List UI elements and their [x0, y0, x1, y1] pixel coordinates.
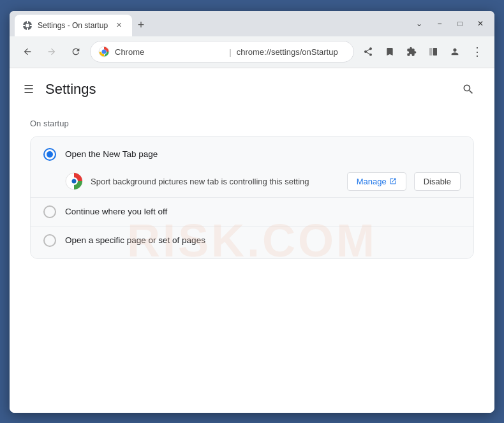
manage-button[interactable]: Manage [347, 172, 406, 191]
back-button[interactable] [17, 41, 38, 62]
svg-rect-3 [27, 28, 28, 30]
option-new-tab[interactable]: Open the New Tab page [31, 142, 473, 167]
option-new-tab-label: Open the New Tab page [65, 149, 158, 159]
svg-rect-4 [23, 25, 25, 26]
extension-control-text: Sport background pictures new tab is con… [91, 177, 339, 186]
more-options-icon[interactable]: ⋮ [466, 41, 487, 62]
sidebar-toggle-icon[interactable] [423, 41, 443, 62]
nav-right-icons: ⋮ [358, 41, 487, 62]
option-continue[interactable]: Continue where you left off [31, 199, 473, 225]
address-bar[interactable]: Chrome | chrome://settings/onStartup [90, 41, 354, 63]
refresh-button[interactable] [66, 41, 86, 62]
radio-continue[interactable] [43, 205, 56, 218]
disable-button[interactable]: Disable [414, 172, 461, 191]
extension-icon [65, 172, 83, 190]
close-button[interactable]: ✕ [471, 16, 489, 31]
settings-header: ☰ Settings [10, 68, 494, 106]
forward-button[interactable] [41, 41, 62, 62]
hamburger-menu-button[interactable]: ☰ [20, 78, 38, 100]
share-icon[interactable] [358, 41, 378, 62]
new-tab-button[interactable]: + [132, 17, 150, 34]
section-label: On startup [30, 119, 474, 128]
nav-bar: Chrome | chrome://settings/onStartup ⋮ [10, 36, 494, 68]
bookmark-icon[interactable] [380, 41, 400, 62]
maximize-button[interactable]: □ [451, 16, 469, 31]
chevron-button[interactable]: ⌄ [410, 16, 428, 31]
radio-new-tab[interactable] [43, 148, 56, 161]
svg-point-1 [26, 24, 29, 27]
svg-rect-8 [429, 48, 433, 56]
address-url: chrome://settings/onStartup [237, 47, 346, 57]
extensions-icon[interactable] [401, 41, 422, 62]
extension-control-row: Sport background pictures new tab is con… [31, 167, 473, 196]
startup-options-card: Open the New Tab page Sport background p… [30, 136, 474, 259]
minimize-button[interactable]: − [431, 16, 448, 31]
svg-rect-2 [27, 21, 28, 23]
option-divider-2 [31, 226, 473, 226]
address-brand: Chrome [115, 47, 224, 57]
radio-specific-page[interactable] [43, 234, 56, 247]
option-divider-1 [31, 197, 473, 198]
option-specific-page-label: Open a specific page or set of pages [65, 235, 205, 245]
address-separator: | [229, 47, 231, 57]
settings-main-content: On startup Open the New Tab page [10, 119, 494, 259]
svg-rect-5 [30, 25, 32, 26]
svg-point-7 [102, 50, 107, 54]
tab-title-text: Settings - On startup [38, 21, 108, 30]
browser-window: Settings - On startup ✕ + ⌄ − □ ✕ [10, 11, 494, 413]
title-bar: Settings - On startup ✕ + ⌄ − □ ✕ [10, 11, 494, 36]
svg-rect-9 [433, 48, 437, 56]
settings-search-button[interactable] [457, 78, 479, 100]
settings-page-title: Settings [45, 81, 450, 98]
tab-favicon [22, 20, 33, 31]
svg-point-12 [72, 179, 77, 184]
option-continue-label: Continue where you left off [65, 207, 167, 216]
content-area: risk.com ☰ Settings On startup Open the … [10, 68, 494, 413]
option-specific-page[interactable]: Open a specific page or set of pages [31, 228, 473, 253]
browser-tab[interactable]: Settings - On startup ✕ [15, 15, 132, 36]
window-controls: ⌄ − □ ✕ [410, 16, 489, 31]
profile-icon[interactable] [445, 41, 465, 62]
chrome-logo-icon [98, 46, 110, 57]
tab-close-button[interactable]: ✕ [113, 20, 124, 31]
